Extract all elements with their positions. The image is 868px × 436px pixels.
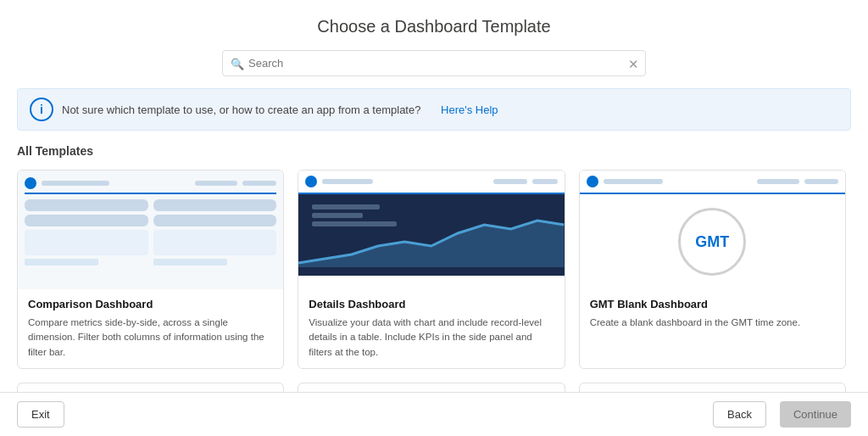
preview-bar <box>804 179 838 184</box>
template-card-comparison[interactable]: Comparison Dashboard Compare metrics sid… <box>17 170 284 369</box>
chart-text-row <box>312 204 380 210</box>
sf-logo-gmt <box>587 176 598 187</box>
chart-wave <box>298 216 564 267</box>
search-clear-icon[interactable]: ✕ <box>628 57 639 70</box>
main-container: Choose a Dashboard Template 🔍 ✕ i Not su… <box>0 0 868 392</box>
preview-bar <box>757 179 799 184</box>
card-desc-gmt: Create a blank dashboard in the GMT time… <box>590 316 835 330</box>
card-desc-details: Visualize your data with chart and inclu… <box>309 316 554 360</box>
preview-pill <box>153 199 277 211</box>
section-title: All Templates <box>17 144 851 158</box>
card-title-comparison: Comparison Dashboard <box>28 298 273 310</box>
template-card-details[interactable]: Details Dashboard Visualize your data wi… <box>298 170 565 369</box>
card-desc-comparison: Compare metrics side-by-side, across a s… <box>28 316 273 360</box>
preview-bar <box>322 179 373 184</box>
help-text: Not sure which template to use, or how t… <box>62 103 420 116</box>
footer: Exit Back Continue <box>0 392 868 436</box>
exit-button[interactable]: Exit <box>17 401 64 428</box>
page-title: Choose a Dashboard Template <box>17 17 851 36</box>
preview-pill <box>153 215 277 226</box>
gmt-circle: GMT <box>678 208 746 276</box>
preview-block-short <box>153 259 227 266</box>
card-preview-comparison <box>18 170 283 289</box>
info-icon: i <box>30 98 53 121</box>
preview-bar <box>242 181 276 186</box>
help-banner: i Not sure which template to use, or how… <box>17 88 851 131</box>
search-input[interactable] <box>222 50 646 76</box>
card-title-details: Details Dashboard <box>309 298 554 310</box>
details-topbar <box>298 170 564 194</box>
preview-pill <box>25 199 148 211</box>
back-button[interactable]: Back <box>713 401 766 428</box>
card-info-comparison: Comparison Dashboard Compare metrics sid… <box>18 289 283 368</box>
preview-bar <box>493 179 527 184</box>
partial-card-summary[interactable]: Summary Dashboard <box>579 383 846 392</box>
search-container: 🔍 ✕ <box>17 50 851 76</box>
search-wrapper: 🔍 ✕ <box>222 50 646 76</box>
preview-cols <box>25 199 276 269</box>
templates-grid: Comparison Dashboard Compare metrics sid… <box>17 170 851 392</box>
preview-bar <box>532 179 558 184</box>
preview-topbar <box>25 177 276 194</box>
preview-bar <box>42 181 109 186</box>
preview-col-left <box>25 199 148 269</box>
card-preview-details <box>298 170 564 289</box>
card-info-gmt: GMT Blank Dashboard Create a blank dashb… <box>580 289 845 338</box>
card-preview-gmt: GMT <box>580 170 845 289</box>
preview-block <box>25 230 148 255</box>
preview-block <box>153 230 277 255</box>
card-title-gmt: GMT Blank Dashboard <box>590 298 835 310</box>
preview-bar <box>604 179 663 184</box>
content-area: Comparison Dashboard Compare metrics sid… <box>17 170 851 392</box>
sf-logo-details <box>305 176 317 187</box>
preview-col-right <box>153 199 277 269</box>
gmt-body: GMT <box>580 194 845 289</box>
continue-button[interactable]: Continue <box>780 401 851 428</box>
template-card-gmt[interactable]: GMT GMT Blank Dashboard Create a blank d… <box>579 170 846 369</box>
partial-card-performance[interactable]: Performance Summary <box>298 383 565 392</box>
svg-marker-0 <box>298 221 564 267</box>
preview-bar <box>195 181 237 186</box>
search-icon: 🔍 <box>231 57 244 70</box>
sf-logo <box>25 177 36 189</box>
gmt-topbar <box>580 170 845 194</box>
details-chart-area <box>298 194 564 276</box>
preview-pill <box>25 215 148 226</box>
help-link[interactable]: Here's Help <box>441 103 498 116</box>
footer-right: Back Continue <box>713 401 851 428</box>
preview-block-short <box>25 259 98 266</box>
card-info-details: Details Dashboard Visualize your data wi… <box>298 289 564 368</box>
partial-card-metrics[interactable]: Metrics Trend <box>17 383 284 392</box>
